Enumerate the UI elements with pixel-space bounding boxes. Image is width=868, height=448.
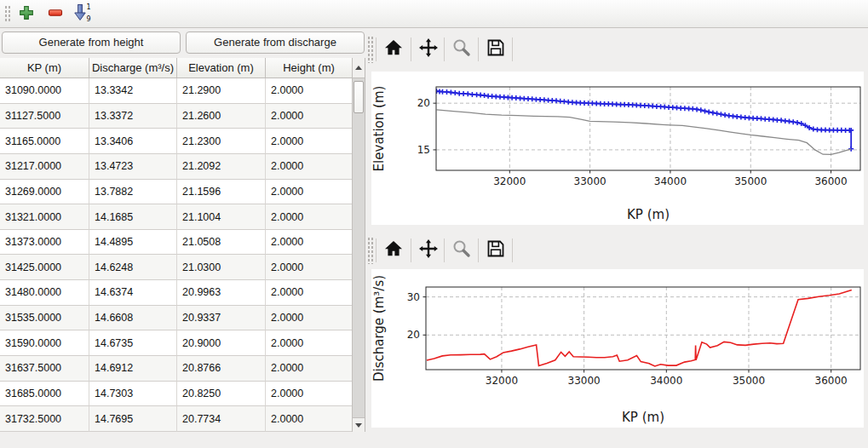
add-row-button[interactable]: [15, 3, 37, 26]
table-cell[interactable]: 14.4895: [89, 230, 177, 256]
table-cell[interactable]: 31590.0000: [0, 330, 89, 356]
table-cell[interactable]: 20.8250: [177, 382, 266, 407]
column-header-discharge[interactable]: Discharge (m³/s): [89, 58, 177, 78]
table-cell[interactable]: 31165.0000: [0, 129, 89, 154]
table-cell[interactable]: 2.0000: [266, 356, 353, 382]
sort-rows-button[interactable]: 1 9: [72, 3, 94, 26]
table-cell[interactable]: 2.0000: [266, 280, 353, 306]
table-cell[interactable]: 21.2600: [177, 104, 266, 129]
save-button[interactable]: [482, 237, 509, 264]
elevation-chart[interactable]: 32000330003400035000360001520KP (m)Eleva…: [371, 72, 864, 225]
table-cell[interactable]: 31217.0000: [0, 154, 89, 180]
toolbar-drag-handle[interactable]: [367, 36, 374, 63]
table-row[interactable]: 31373.000014.489521.05082.0000: [0, 230, 353, 256]
table-cell[interactable]: 2.0000: [266, 330, 353, 356]
table-row[interactable]: 31269.000013.788221.15962.0000: [0, 180, 353, 205]
scrollbar-thumb[interactable]: [354, 81, 364, 113]
table-cell[interactable]: 21.0300: [177, 255, 266, 280]
table-cell[interactable]: 14.7303: [89, 382, 177, 407]
table-cell[interactable]: 14.6248: [89, 255, 177, 280]
table-cell[interactable]: 13.7882: [89, 180, 177, 205]
table-row[interactable]: 31535.000014.660820.93372.0000: [0, 306, 353, 331]
table-cell[interactable]: 31090.0000: [0, 78, 89, 104]
table-cell[interactable]: 31480.0000: [0, 280, 89, 306]
table-cell[interactable]: 2.0000: [266, 129, 353, 154]
table-cell[interactable]: 31685.0000: [0, 382, 89, 407]
table-cell[interactable]: 21.2900: [177, 78, 266, 104]
column-header-height[interactable]: Height (m): [266, 58, 353, 78]
table-row[interactable]: 31090.000013.334221.29002.0000: [0, 78, 353, 104]
zoom-button[interactable]: [448, 36, 475, 63]
table-cell[interactable]: 31373.0000: [0, 230, 89, 256]
remove-row-button[interactable]: [44, 3, 66, 26]
table-cell[interactable]: 14.6912: [89, 356, 177, 382]
pan-button[interactable]: [415, 237, 442, 264]
zoom-button[interactable]: [448, 237, 475, 264]
table-cell[interactable]: 13.3342: [89, 78, 177, 104]
table-row[interactable]: 31732.500014.769520.77342.0000: [0, 406, 353, 432]
save-button[interactable]: [482, 36, 509, 63]
table-cell[interactable]: 14.1685: [89, 204, 177, 230]
table-cell[interactable]: 31732.5000: [0, 406, 89, 432]
table-cell[interactable]: 31321.0000: [0, 204, 89, 230]
table-cell[interactable]: 31637.5000: [0, 356, 89, 382]
table-cell[interactable]: 20.9000: [177, 330, 266, 356]
table-row[interactable]: 31685.000014.730320.82502.0000: [0, 382, 353, 407]
table-cell[interactable]: 2.0000: [266, 382, 353, 407]
table-row[interactable]: 31590.000014.673520.90002.0000: [0, 330, 353, 356]
home-button[interactable]: [380, 36, 407, 63]
table-cell[interactable]: 31535.0000: [0, 306, 89, 331]
table-cell[interactable]: 13.3406: [89, 129, 177, 154]
table-cell[interactable]: 20.7734: [177, 406, 266, 432]
table-cell[interactable]: 2.0000: [266, 78, 353, 104]
table-cell[interactable]: 13.4723: [89, 154, 177, 180]
table-row[interactable]: 31321.000014.168521.10042.0000: [0, 204, 353, 230]
table-cell[interactable]: 14.6608: [89, 306, 177, 331]
table-cell[interactable]: 2.0000: [266, 104, 353, 129]
x-tick-label: 34000: [654, 175, 687, 187]
table-cell[interactable]: 21.1596: [177, 180, 266, 205]
table-cell[interactable]: 2.0000: [266, 306, 353, 331]
table-row[interactable]: 31165.000013.340621.23002.0000: [0, 129, 353, 154]
pan-button[interactable]: [415, 36, 442, 63]
pan-icon: [418, 238, 439, 262]
table-scrollbar[interactable]: [352, 58, 365, 432]
home-button[interactable]: [380, 237, 407, 264]
table-cell[interactable]: 31127.5000: [0, 104, 89, 129]
table-cell[interactable]: 2.0000: [266, 204, 353, 230]
table-cell[interactable]: 21.0508: [177, 230, 266, 256]
table-cell[interactable]: 14.7695: [89, 406, 177, 432]
home-icon: [383, 37, 404, 61]
toolbar-drag-handle[interactable]: [4, 5, 11, 23]
table-cell[interactable]: 21.2092: [177, 154, 266, 180]
up-arrow-icon: [355, 66, 362, 70]
generate-from-discharge-button[interactable]: Generate from discharge: [186, 32, 365, 54]
table-row[interactable]: 31217.000013.472321.20922.0000: [0, 154, 353, 180]
table-cell[interactable]: 31269.0000: [0, 180, 89, 205]
table-row[interactable]: 31637.500014.691220.87662.0000: [0, 356, 353, 382]
discharge-chart[interactable]: 32000330003400035000360002030KP (m)Disch…: [371, 269, 864, 428]
table-row[interactable]: 31425.000014.624821.03002.0000: [0, 255, 353, 280]
table-row[interactable]: 31480.000014.637420.99632.0000: [0, 280, 353, 306]
scroll-down-button[interactable]: [353, 417, 365, 432]
column-header-elevation[interactable]: Elevation (m): [177, 58, 266, 78]
table-cell[interactable]: 31425.0000: [0, 255, 89, 280]
table-cell[interactable]: 2.0000: [266, 255, 353, 280]
table-cell[interactable]: 21.2300: [177, 129, 266, 154]
table-cell[interactable]: 2.0000: [266, 406, 353, 432]
table-cell[interactable]: 2.0000: [266, 180, 353, 205]
table-cell[interactable]: 20.9963: [177, 280, 266, 306]
table-cell[interactable]: 20.8766: [177, 356, 266, 382]
scroll-up-button[interactable]: [353, 58, 365, 78]
table-cell[interactable]: 20.9337: [177, 306, 266, 331]
column-header-kp[interactable]: KP (m): [0, 58, 89, 78]
table-row[interactable]: 31127.500013.337221.26002.0000: [0, 104, 353, 129]
toolbar-drag-handle[interactable]: [367, 237, 374, 264]
table-cell[interactable]: 2.0000: [266, 154, 353, 180]
table-cell[interactable]: 14.6374: [89, 280, 177, 306]
table-cell[interactable]: 21.1004: [177, 204, 266, 230]
generate-from-height-button[interactable]: Generate from height: [2, 32, 181, 54]
table-cell[interactable]: 13.3372: [89, 104, 177, 129]
table-cell[interactable]: 2.0000: [266, 230, 353, 256]
table-cell[interactable]: 14.6735: [89, 330, 177, 356]
